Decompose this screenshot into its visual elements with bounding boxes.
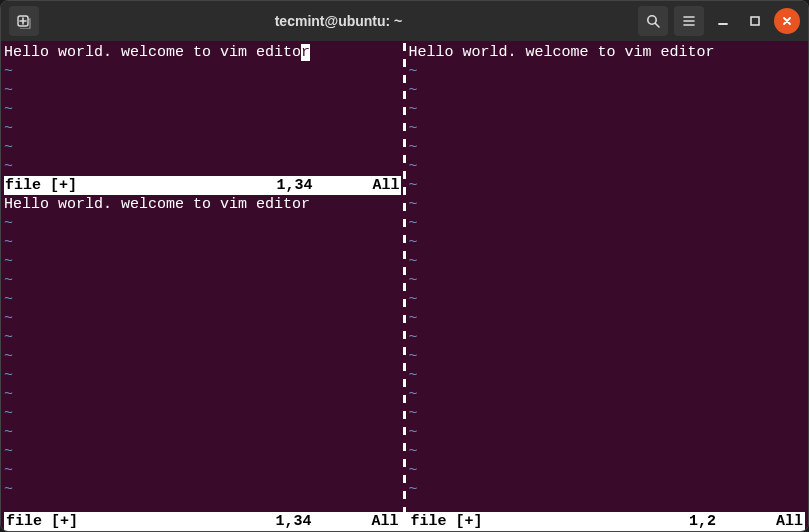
empty-lines: ~~~~~~	[4, 62, 401, 176]
minimize-button[interactable]	[710, 8, 736, 34]
terminal-window: tecmint@ubuntu: ~	[0, 0, 809, 532]
vim-pane-right[interactable]: Hello world. welcome to vim editor ~~~~~…	[409, 43, 806, 512]
menu-button[interactable]	[674, 6, 704, 36]
status-position: 1,2	[689, 512, 776, 531]
status-line-top-left: file [+] 1,34 All	[4, 176, 401, 195]
status-bottom-left: file [+] 1,34 All	[4, 512, 401, 531]
cursor: r	[301, 44, 310, 61]
maximize-icon	[748, 14, 762, 28]
new-tab-icon	[16, 13, 32, 29]
status-position: 1,34	[276, 176, 372, 195]
empty-lines: ~~~~~~~~~~~~~~~	[4, 214, 401, 512]
close-icon	[780, 14, 794, 28]
terminal-body[interactable]: Hello world. welcome to vim editor ~~~~~…	[1, 41, 808, 531]
status-percent: All	[372, 176, 399, 195]
new-tab-button[interactable]	[9, 6, 39, 36]
maximize-button[interactable]	[742, 8, 768, 34]
titlebar: tecmint@ubuntu: ~	[1, 1, 808, 41]
svg-line-2	[655, 23, 659, 27]
status-position: 1,34	[275, 512, 371, 531]
status-filename: file [+]	[6, 512, 78, 531]
close-button[interactable]	[774, 8, 800, 34]
status-line-bottom: file [+] 1,34 All file [+] 1,2 All	[4, 512, 805, 531]
buffer-content: Hello world. welcome to vim editor	[4, 43, 401, 62]
status-percent: All	[371, 512, 398, 531]
empty-lines: ~~~~~~~~~~~~~~~~~~~~~~~	[409, 62, 806, 512]
buffer-content: Hello world. welcome to vim editor	[4, 195, 401, 214]
vim-pane-bottom-left[interactable]: Hello world. welcome to vim editor ~~~~~…	[4, 195, 401, 512]
status-filename: file [+]	[5, 176, 77, 195]
status-filename: file [+]	[411, 512, 483, 531]
status-bottom-right: file [+] 1,2 All	[409, 512, 806, 531]
vertical-split-border	[401, 43, 409, 512]
vim-pane-top-left[interactable]: Hello world. welcome to vim editor ~~~~~…	[4, 43, 401, 195]
svg-rect-4	[751, 17, 759, 25]
status-percent: All	[776, 512, 803, 531]
buffer-content: Hello world. welcome to vim editor	[409, 43, 806, 62]
window-title: tecmint@ubuntu: ~	[275, 13, 403, 29]
hamburger-menu-icon	[681, 13, 697, 29]
search-button[interactable]	[638, 6, 668, 36]
minimize-icon	[716, 14, 730, 28]
search-icon	[645, 13, 661, 29]
vim-editor: Hello world. welcome to vim editor ~~~~~…	[4, 43, 805, 531]
